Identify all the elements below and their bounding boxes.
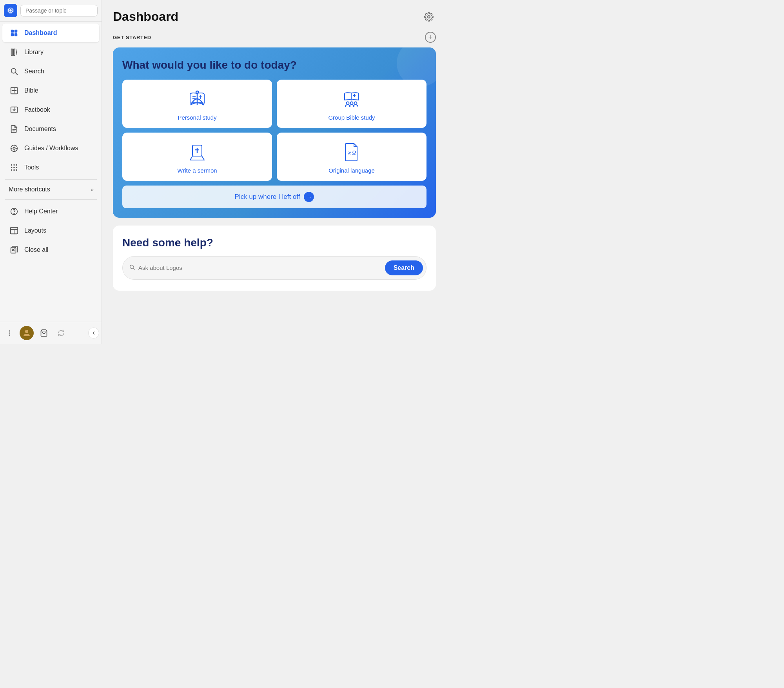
sidebar-item-tools[interactable]: Tools — [2, 158, 99, 177]
guides-icon — [9, 143, 20, 154]
app-logo[interactable] — [4, 4, 17, 17]
get-started-card: What would you like to do today? — [113, 47, 436, 218]
svg-rect-4 — [15, 30, 17, 33]
svg-text:א: א — [347, 150, 352, 156]
group-bible-study-card[interactable]: Group Bible study — [277, 80, 426, 128]
svg-point-30 — [11, 169, 13, 171]
sidebar-search-bar — [0, 0, 102, 22]
settings-gear-btn[interactable] — [422, 10, 436, 24]
svg-point-25 — [13, 164, 15, 166]
tools-icon — [9, 162, 20, 173]
personal-study-label: Personal study — [178, 114, 216, 121]
sidebar-item-label: Bible — [24, 87, 38, 94]
more-options-btn[interactable] — [2, 326, 16, 340]
help-search-bar[interactable]: Search — [122, 256, 426, 280]
sidebar-item-factbook[interactable]: Factbook — [2, 100, 99, 119]
study-options-grid: Personal study — [122, 80, 426, 181]
svg-rect-6 — [15, 33, 17, 36]
user-avatar[interactable] — [20, 326, 34, 340]
svg-point-24 — [11, 164, 13, 166]
svg-point-26 — [16, 164, 18, 166]
sidebar-item-close-all[interactable]: Close all — [2, 240, 99, 259]
group-bible-study-label: Group Bible study — [328, 114, 375, 121]
svg-point-32 — [16, 169, 18, 171]
svg-point-60 — [350, 102, 353, 104]
write-sermon-card[interactable]: Write a sermon — [122, 133, 272, 181]
nav-divider-2 — [5, 199, 97, 200]
sidebar-item-label: Tools — [24, 164, 39, 171]
personal-study-card[interactable]: Personal study — [122, 80, 272, 128]
help-icon — [9, 206, 20, 217]
svg-point-28 — [13, 167, 15, 168]
library-icon — [9, 47, 20, 58]
svg-point-44 — [25, 330, 28, 333]
nav-menu: Dashboard Library Search — [0, 22, 102, 322]
more-shortcuts-label: More shortcuts — [9, 186, 50, 193]
passage-search-input[interactable] — [25, 7, 93, 14]
svg-rect-5 — [11, 33, 14, 36]
documents-icon — [9, 124, 20, 135]
factbook-icon — [9, 104, 20, 115]
svg-point-34 — [14, 213, 14, 213]
original-language-card[interactable]: א Ω Original language — [277, 133, 426, 181]
card-heading: What would you like to do today? — [122, 58, 426, 72]
nav-divider-1 — [5, 179, 97, 180]
svg-point-29 — [16, 167, 18, 168]
sidebar-item-bible[interactable]: Bible — [2, 81, 99, 100]
svg-rect-8 — [13, 49, 15, 56]
passage-search-input-wrapper[interactable] — [20, 5, 98, 16]
svg-point-43 — [9, 335, 10, 336]
sidebar-item-search[interactable]: Search — [2, 62, 99, 81]
search-icon — [9, 66, 20, 77]
dashboard-icon — [9, 27, 20, 38]
sidebar-item-dashboard[interactable]: Dashboard — [2, 24, 99, 42]
help-heading: Need some help? — [122, 237, 426, 249]
sidebar-item-label: Layouts — [24, 227, 46, 234]
page-title: Dashboard — [113, 9, 178, 24]
get-started-section-header: GET STARTED + — [113, 32, 436, 43]
personal-study-icon — [187, 88, 207, 110]
get-started-add-btn[interactable]: + — [425, 32, 436, 43]
cart-btn[interactable] — [37, 326, 51, 340]
refresh-btn[interactable] — [54, 326, 68, 340]
bible-icon — [9, 85, 20, 96]
svg-text:Ω: Ω — [352, 150, 356, 156]
write-sermon-icon — [187, 141, 207, 163]
sidebar-collapse-btn[interactable] — [88, 328, 99, 339]
sidebar-bottom-bar — [0, 322, 102, 344]
sidebar-item-guides[interactable]: Guides / Workflows — [2, 139, 99, 158]
sidebar-item-library[interactable]: Library — [2, 43, 99, 62]
sidebar-item-help-center[interactable]: Help Center — [2, 202, 99, 221]
write-sermon-label: Write a sermon — [177, 167, 217, 174]
sidebar-item-label: Library — [24, 49, 44, 56]
svg-point-31 — [13, 169, 15, 171]
svg-point-46 — [428, 16, 430, 18]
more-shortcuts-btn[interactable]: More shortcuts » — [2, 182, 99, 197]
svg-rect-7 — [11, 49, 13, 56]
sidebar-item-label: Search — [24, 68, 44, 75]
help-search-input[interactable] — [138, 264, 385, 271]
svg-line-10 — [15, 73, 17, 75]
pickup-where-left-off-btn[interactable]: Pick up where I left off → — [122, 186, 426, 208]
svg-line-71 — [133, 268, 134, 269]
sidebar-item-documents[interactable]: Documents — [2, 120, 99, 138]
pickup-arrow-icon: → — [304, 192, 314, 202]
main-header: Dashboard — [113, 9, 436, 24]
original-language-icon: א Ω — [341, 141, 362, 163]
sidebar-item-layouts[interactable]: Layouts — [2, 221, 99, 240]
pickup-label: Pick up where I left off — [235, 193, 300, 201]
help-search-button[interactable]: Search — [385, 260, 423, 275]
svg-line-63 — [190, 156, 192, 160]
sidebar-item-label: Help Center — [24, 208, 58, 215]
svg-point-42 — [9, 333, 10, 334]
sidebar-item-label: Guides / Workflows — [24, 145, 78, 152]
chevron-right-icon: » — [91, 186, 93, 193]
svg-rect-3 — [11, 30, 14, 33]
sidebar-item-label: Documents — [24, 126, 56, 133]
help-card: Need some help? Search — [113, 226, 436, 291]
svg-point-27 — [11, 167, 13, 168]
original-language-label: Original language — [328, 167, 375, 174]
layouts-icon — [9, 225, 20, 236]
svg-point-61 — [354, 102, 357, 104]
get-started-section-title: GET STARTED — [113, 35, 151, 40]
